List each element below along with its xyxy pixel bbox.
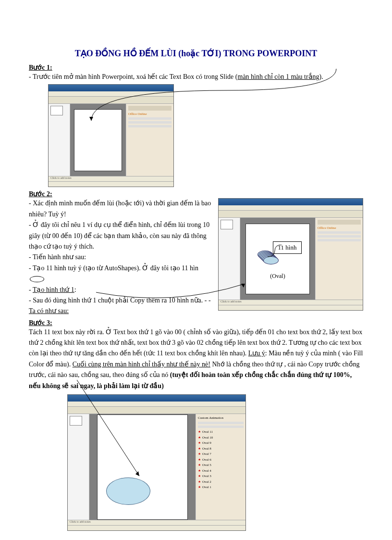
ss1-slide <box>74 109 122 172</box>
office-online-label: Office Online <box>318 226 361 230</box>
star-icon: ★ <box>198 435 201 440</box>
ss1-notes: Click to add notes <box>49 176 173 181</box>
anim-row: ★Oval 4 <box>198 468 244 474</box>
star-icon: ★ <box>198 468 201 474</box>
screenshot-2: 11 hình (Oval) Office Online <box>218 198 363 311</box>
ss1-body: Office Online <box>49 104 173 176</box>
screenshot-3: Custom Animation ★Oval 11 ★Oval 10 ★Oval… <box>67 394 246 531</box>
pane-line <box>318 235 361 238</box>
step3-figure-wrap: Custom Animation ★Oval 11 ★Oval 10 ★Oval… <box>29 394 363 531</box>
ss3-body: Custom Animation ★Oval 11 ★Oval 10 ★Oval… <box>68 414 245 520</box>
ss1-menubar <box>49 91 173 97</box>
anim-pane-title: Custom Animation <box>198 416 244 420</box>
oval-inline-icon <box>30 276 44 282</box>
star-icon: ★ <box>198 463 201 468</box>
step2-heading: Bước 2: <box>29 190 363 198</box>
star-icon: ★ <box>198 440 201 446</box>
anim-row: ★Oval 5 <box>198 463 244 468</box>
big-oval-icon <box>106 477 150 505</box>
step2-p2: - Ở đây tôi chỉ nêu 1 ví dụ cụ thể điển … <box>29 220 212 252</box>
ss2-taskpane: Office Online <box>315 218 363 300</box>
star-icon: ★ <box>198 446 201 452</box>
step2-p6: - Sau đó dùng hình thứ 1 chuột phải Copy… <box>29 295 212 317</box>
pane-head <box>318 220 361 225</box>
ss1-slide-area <box>70 104 126 176</box>
star-icon: ★ <box>198 457 201 463</box>
ss3-taskpane: Custom Animation ★Oval 11 ★Oval 10 ★Oval… <box>196 414 245 520</box>
star-icon: ★ <box>198 474 201 479</box>
document-page: TẠO ĐỒNG HỒ ĐẾM LÙI (hoặc TỚI) TRONG POW… <box>0 0 392 540</box>
step3-heading: Bước 3: <box>29 319 363 327</box>
anim-row: ★Oval 10 <box>198 435 244 440</box>
step1-text-b: màn hình chỉ còn 1 màu trắng <box>238 73 319 80</box>
ss3-toolbar <box>68 407 245 414</box>
brace-connector <box>268 245 292 259</box>
step1-text: - Trước tiên mở màn hình Powerpoint, xoá… <box>29 72 363 82</box>
pane-line <box>128 117 172 120</box>
screenshot-1: Office Online Click to add notes <box>48 84 174 187</box>
step3-p1d: Cuối cùng trên màn hình chỉ thấy như thế… <box>73 361 210 368</box>
pane-line <box>128 121 172 124</box>
office-online-label: Office Online <box>128 112 172 116</box>
ss1-status <box>49 181 173 187</box>
step2-text: - Xác định mình muốn đếm lùi (hoặc tới) … <box>29 198 212 316</box>
ss2-toolbar <box>219 211 363 218</box>
step2-p4: - Tạo 11 hình tuỳ ý (tạo từ AutoShapes).… <box>29 263 212 285</box>
anim-row: ★Oval 1 <box>198 485 244 490</box>
ss1-taskpane: Office Online <box>126 104 173 176</box>
ss2-slide: 11 hình (Oval) <box>245 224 310 294</box>
animation-list: ★Oval 11 ★Oval 10 ★Oval 9 ★Oval 8 ★Oval … <box>198 429 244 490</box>
anim-row: ★Oval 7 <box>198 452 244 457</box>
anim-row: ★Oval 6 <box>198 457 244 463</box>
pane-line <box>318 239 361 241</box>
step1-text-a: - Trước tiên mở màn hình Powerpoint, xoá… <box>29 73 238 80</box>
anim-row: ★Oval 9 <box>198 440 244 446</box>
ss1-toolbar <box>49 97 173 104</box>
step2-row: - Xác định mình muốn đếm lùi (hoặc tới) … <box>29 198 363 316</box>
ss2-menubar <box>219 205 363 211</box>
ss2-slide-area: 11 hình (Oval) <box>240 218 315 300</box>
step3-luu-y: Lưu ý <box>248 350 265 357</box>
oval-label: (Oval) <box>270 273 285 280</box>
ss2-notes: Click to add notes <box>219 300 363 305</box>
pane-head <box>128 106 172 111</box>
step2-figure-wrap: 11 hình (Oval) Office Online <box>218 198 363 311</box>
step3-text: Tách 11 text box này rời ra. Ở Text box … <box>29 327 363 391</box>
ss3-slide <box>97 414 188 520</box>
anim-row: ★Oval 3 <box>198 474 244 479</box>
page-title: TẠO ĐỒNG HỒ ĐẾM LÙI (hoặc TỚI) TRONG POW… <box>29 48 363 59</box>
pane-line <box>318 231 361 234</box>
step2-p3: - Tiến hành như sau: <box>29 252 212 263</box>
step2-p1: - Xác định mình muốn đếm lùi (hoặc tới) … <box>29 198 212 220</box>
ss2-status <box>219 305 363 310</box>
ss3-notes: Click to add notes <box>68 520 245 525</box>
step1-text-c: ). <box>319 73 323 80</box>
anim-row: ★Oval 11 <box>198 429 244 435</box>
ss3-slide-area <box>89 414 196 520</box>
pane-line <box>128 125 172 127</box>
step1-heading: Bước 1: <box>29 63 363 72</box>
anim-row: ★Oval 8 <box>198 446 244 452</box>
star-icon: ★ <box>198 485 201 490</box>
star-icon: ★ <box>198 479 201 485</box>
ss2-body: 11 hình (Oval) Office Online <box>219 218 363 300</box>
anim-row: ★Oval 2 <box>198 479 244 485</box>
star-icon: ★ <box>198 429 201 435</box>
ss1-thumbs <box>49 104 70 176</box>
thumb-icon <box>70 416 82 426</box>
star-icon: ★ <box>198 452 201 457</box>
ss2-titlebar <box>219 199 363 205</box>
pane-line <box>198 426 244 428</box>
ss1-titlebar <box>49 85 173 91</box>
pane-line <box>198 422 244 424</box>
ss3-status <box>68 525 245 530</box>
ss3-titlebar <box>68 395 245 402</box>
ss3-menubar <box>68 402 245 407</box>
ss2-thumbs <box>219 218 240 300</box>
ss3-thumbs <box>68 414 89 520</box>
thumb-icon <box>220 220 233 229</box>
step2-p5: - Tạo hình thứ 1: <box>29 285 212 295</box>
thumb-icon <box>50 106 63 115</box>
step1-figure-wrap: Office Online Click to add notes <box>29 84 363 187</box>
